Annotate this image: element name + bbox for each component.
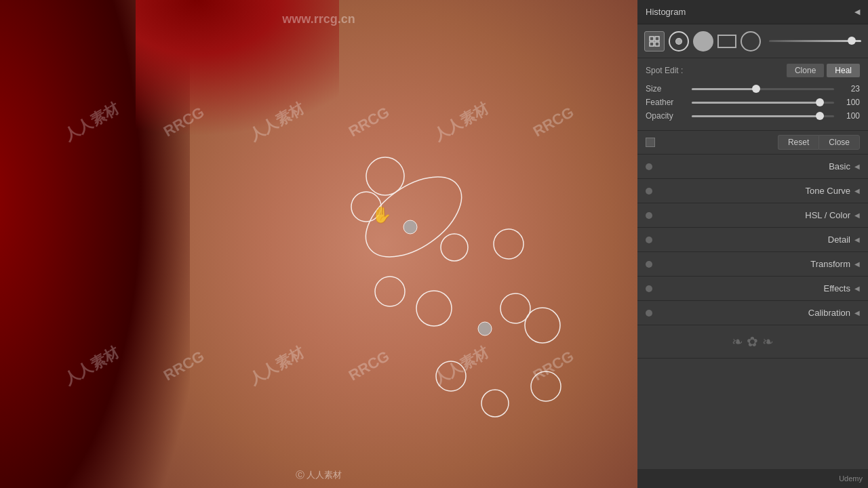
opacity-slider-row: Opacity 100 (646, 111, 860, 121)
size-slider-thumb[interactable] (752, 85, 760, 93)
transform-section-label: Transform (658, 259, 850, 269)
hair-overlay-top (136, 0, 339, 136)
toolbar-slider[interactable] (769, 40, 861, 42)
filled-circle-tool-button[interactable] (693, 31, 713, 52)
detail-section-label: Detail (658, 235, 850, 245)
basic-section-label: Basic (658, 161, 850, 171)
opacity-slider-fill (692, 115, 820, 117)
transform-section-arrow: ◀ (854, 260, 860, 268)
size-value: 23 (840, 84, 860, 94)
transform-section[interactable]: Transform ◀ (637, 252, 868, 277)
hsl-color-section[interactable]: HSL / Color ◀ (637, 203, 868, 228)
tone-curve-section-dot (646, 188, 652, 195)
spot-edit-label: Spot Edit : (646, 66, 787, 75)
udemy-label: Udemy (839, 474, 863, 483)
feather-value: 100 (840, 98, 860, 107)
opacity-value: 100 (840, 111, 860, 121)
svg-rect-15 (650, 37, 654, 41)
circle-tool-button[interactable] (741, 31, 761, 52)
tone-curve-section-arrow: ◀ (854, 187, 860, 195)
image-canvas: www.rrcg.cn 人人素材 RRCG 人人素材 RRCG 人人素材 RRC… (0, 0, 637, 488)
decorative-ornament: ❧ ✿ ❧ (732, 333, 774, 350)
feather-slider-fill (692, 102, 820, 104)
panel-sections: Basic ◀ Tone Curve ◀ HSL / Color ◀ Detai… (637, 155, 868, 325)
svg-rect-17 (650, 42, 654, 46)
basic-section-dot (646, 163, 652, 170)
size-slider-track[interactable] (692, 88, 834, 90)
toolbar-row (637, 24, 868, 58)
detail-section-arrow: ◀ (854, 236, 860, 243)
detail-section[interactable]: Detail ◀ (637, 228, 868, 252)
reset-button[interactable]: Reset (778, 135, 818, 150)
histogram-header: Histogram ◀ (637, 0, 868, 24)
basic-section-arrow: ◀ (854, 163, 860, 170)
feather-slider-row: Feather 100 (646, 98, 860, 107)
close-button[interactable]: Close (818, 135, 860, 150)
calibration-section-label: Calibration (658, 308, 850, 318)
feather-label: Feather (646, 98, 686, 107)
size-slider-fill (692, 88, 756, 90)
hsl-section-dot (646, 212, 652, 219)
effects-section[interactable]: Effects ◀ (637, 277, 868, 301)
right-panel: Histogram ◀ Spot Edit : (637, 0, 868, 488)
opacity-label: Opacity (646, 111, 686, 121)
panel-toggle-square[interactable] (646, 138, 655, 147)
feather-slider-thumb[interactable] (816, 98, 824, 106)
feather-slider-track[interactable] (692, 102, 834, 104)
grid-tool-button[interactable] (644, 31, 665, 52)
detail-section-dot (646, 237, 652, 243)
bottom-bar: Udemy (637, 469, 868, 488)
effects-section-dot (646, 285, 652, 292)
tone-curve-section-label: Tone Curve (658, 186, 850, 196)
spot-edit-section: Spot Edit : Clone Heal Size 23 Feather 1… (637, 58, 868, 131)
calibration-section-dot (646, 310, 652, 317)
hsl-section-label: HSL / Color (658, 210, 850, 220)
histogram-title: Histogram (646, 7, 686, 17)
histogram-collapse-arrow[interactable]: ◀ (854, 7, 860, 16)
reset-close-buttons: Reset Close (778, 135, 860, 150)
effects-section-label: Effects (658, 283, 850, 293)
opacity-slider-thumb[interactable] (816, 112, 824, 120)
circle-dot-tool-button[interactable] (669, 31, 689, 52)
reset-close-bar: Reset Close (637, 131, 868, 155)
opacity-slider-track[interactable] (692, 115, 834, 117)
spot-edit-header: Spot Edit : Clone Heal (646, 64, 860, 77)
effects-section-arrow: ◀ (854, 285, 860, 292)
tone-curve-section[interactable]: Tone Curve ◀ (637, 179, 868, 203)
svg-rect-18 (655, 42, 659, 46)
hsl-section-arrow: ◀ (854, 211, 860, 219)
svg-rect-16 (655, 37, 659, 41)
size-slider-row: Size 23 (646, 84, 860, 94)
calibration-section-arrow: ◀ (854, 309, 860, 317)
size-label: Size (646, 84, 686, 94)
ornament-area: ❧ ✿ ❧ (637, 325, 868, 359)
calibration-section[interactable]: Calibration ◀ (637, 301, 868, 325)
clone-button[interactable]: Clone (787, 64, 824, 77)
basic-section[interactable]: Basic ◀ (637, 155, 868, 179)
heal-button[interactable]: Heal (827, 64, 860, 77)
rect-tool-button[interactable] (717, 35, 736, 48)
transform-section-dot (646, 261, 652, 268)
